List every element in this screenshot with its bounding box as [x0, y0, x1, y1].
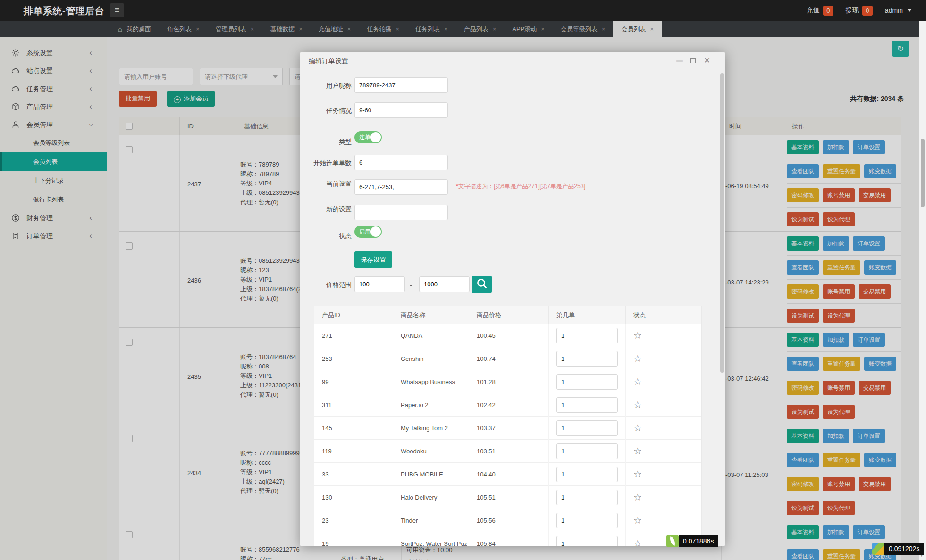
product-price: 105.51 [469, 486, 549, 510]
star-icon[interactable]: ☆ [633, 400, 642, 410]
star-icon[interactable]: ☆ [633, 446, 642, 456]
type-toggle[interactable]: 连单 [354, 131, 382, 143]
product-row: 145My Talking Tom 2103.37☆ [314, 417, 701, 440]
modal-perf-badge: 0.071886s [666, 535, 718, 547]
order-number-input[interactable] [556, 420, 618, 436]
product-price: 103.37 [469, 417, 549, 441]
product-price: 105.56 [469, 509, 549, 533]
price-min-input[interactable] [354, 276, 405, 292]
product-name: Woodoku [393, 440, 469, 464]
star-icon[interactable]: ☆ [633, 492, 642, 502]
new-setting-label: 新的设置 [300, 205, 352, 214]
product-id: 271 [314, 324, 393, 348]
task-status-input[interactable] [354, 102, 448, 118]
price-dash: - [410, 281, 412, 290]
product-row: 23Tinder105.56☆ [314, 509, 701, 532]
product-row: 33PUBG MOBILE104.40☆ [314, 463, 701, 486]
product-row: 311Paper.io 2102.42☆ [314, 393, 701, 417]
toggle-knob [370, 132, 381, 142]
product-table-header: 产品ID商品名称商品价格第几单状态 [314, 306, 701, 324]
star-icon[interactable]: ☆ [633, 330, 642, 341]
type-label: 类型 [300, 138, 352, 146]
product-price: 103.51 [469, 440, 549, 464]
price-search-button[interactable] [472, 276, 492, 293]
nickname-label: 用户昵称 [300, 82, 352, 90]
product-column-header: 商品名称 [393, 306, 469, 324]
save-settings-button[interactable]: 保存设置 [354, 251, 392, 268]
close-icon[interactable]: ✕ [703, 57, 711, 65]
order-number-input[interactable] [556, 443, 618, 459]
product-row: 253Genshin100.74☆ [314, 347, 701, 370]
leaf-icon [666, 535, 679, 547]
minimize-icon[interactable]: — [676, 57, 683, 65]
product-column-header: 商品价格 [469, 306, 549, 324]
product-id: 145 [314, 417, 393, 441]
order-number-input[interactable] [556, 513, 618, 528]
modal-scrollbar-thumb[interactable] [720, 73, 724, 373]
page-perf-badge: 0.091202s [872, 543, 924, 555]
page-scrollbar [919, 21, 926, 560]
product-id: 99 [314, 370, 393, 394]
order-number-input[interactable] [556, 397, 618, 413]
product-name: Tinder [393, 509, 469, 533]
maximize-icon[interactable] [689, 57, 697, 65]
product-row: 119Woodoku103.51☆ [314, 440, 701, 463]
product-column-header: 产品ID [314, 306, 393, 324]
product-id: 119 [314, 440, 393, 464]
product-name: My Talking Tom 2 [393, 417, 469, 441]
product-id: 23 [314, 509, 393, 533]
product-price: 102.42 [469, 393, 549, 418]
start-chain-input[interactable] [354, 155, 448, 170]
product-id: 311 [314, 393, 393, 418]
new-setting-input[interactable] [354, 205, 448, 220]
start-chain-label: 开始连单单数 [300, 159, 352, 167]
modal-perf-time: 0.071886s [679, 535, 718, 547]
order-number-input[interactable] [556, 536, 618, 546]
star-icon[interactable]: ☆ [633, 376, 642, 387]
price-range-label: 价格范围 [300, 281, 352, 289]
toggle-knob [370, 226, 381, 237]
current-setting-label: 当前设置 [300, 180, 352, 188]
product-price: 101.28 [469, 370, 549, 394]
star-icon[interactable]: ☆ [633, 515, 642, 526]
setting-hint: *文字描述为：[第6单是产品271][第7单是产品253] [456, 183, 585, 191]
product-name: Halo Delivery [393, 486, 469, 510]
product-column-header: 状态 [626, 306, 702, 324]
order-number-input[interactable] [556, 328, 618, 343]
performance-icon [872, 543, 884, 555]
product-name: PUBG MOBILE [393, 463, 469, 487]
order-number-input[interactable] [556, 374, 618, 390]
product-name: Whatsapp Business [393, 370, 469, 394]
product-column-header: 第几单 [549, 306, 626, 324]
product-name: SortPuz: Water Sort Puz [393, 532, 469, 546]
star-icon[interactable]: ☆ [633, 423, 642, 433]
modal-title: 编辑订单设置 [300, 52, 725, 70]
nickname-input[interactable] [354, 77, 448, 93]
product-id: 33 [314, 463, 393, 487]
product-table: 产品ID商品名称商品价格第几单状态 271QANDA100.45☆253Gens… [314, 306, 702, 546]
current-setting-input[interactable] [354, 179, 448, 195]
product-id: 253 [314, 347, 393, 371]
search-icon [472, 276, 492, 293]
modal-scrollbar [720, 72, 724, 543]
order-number-input[interactable] [556, 351, 618, 367]
product-row: 99Whatsapp Business101.28☆ [314, 370, 701, 393]
status-toggle[interactable]: 启用 [354, 226, 382, 238]
product-price: 100.74 [469, 347, 549, 371]
star-icon[interactable]: ☆ [633, 538, 642, 546]
product-name: Paper.io 2 [393, 393, 469, 418]
product-row: 130Halo Delivery105.51☆ [314, 486, 701, 509]
page-perf-time: 0.091202s [884, 543, 924, 555]
star-icon[interactable]: ☆ [633, 469, 642, 479]
product-price: 105.84 [469, 532, 549, 546]
status-label: 状态 [300, 232, 352, 241]
product-row: 271QANDA100.45☆ [314, 324, 701, 347]
price-max-input[interactable] [419, 276, 470, 292]
star-icon[interactable]: ☆ [633, 353, 642, 364]
product-id: 130 [314, 486, 393, 510]
page-scrollbar-thumb[interactable] [921, 139, 925, 207]
product-id: 19 [314, 532, 393, 546]
order-number-input[interactable] [556, 490, 618, 505]
order-number-input[interactable] [556, 467, 618, 482]
product-name: Genshin [393, 347, 469, 371]
